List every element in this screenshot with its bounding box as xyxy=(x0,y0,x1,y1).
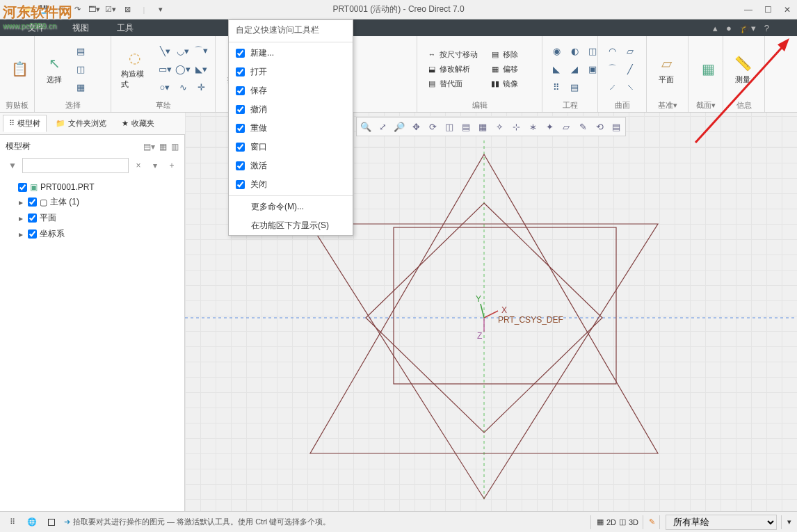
qat-undo-icon[interactable]: ↶ xyxy=(53,2,68,17)
sb-box-icon[interactable] xyxy=(45,515,58,529)
qat-redo-icon[interactable]: ↷ xyxy=(70,2,85,17)
select-layer-icon[interactable]: ▦ xyxy=(72,79,89,95)
datum-display-icon[interactable]: ⟡ xyxy=(492,119,507,134)
point-display-icon[interactable]: ∗ xyxy=(525,119,540,134)
collapse-ribbon-icon[interactable]: ▴ xyxy=(713,23,718,33)
qat-close-icon[interactable]: ⊠ xyxy=(120,2,135,17)
dropdown-item-2[interactable]: 保存 xyxy=(229,81,353,100)
qat-save-icon[interactable]: 💾 xyxy=(36,2,51,17)
construct-mode-button[interactable]: ◌构造模式 xyxy=(117,45,152,92)
mode-2d-button[interactable]: 2D xyxy=(606,518,616,526)
replace-face-button[interactable]: ▤替代面 xyxy=(423,77,482,90)
mode-3d-button[interactable]: 3D xyxy=(629,518,638,526)
tab-favorites[interactable]: ★收藏夹 xyxy=(115,115,161,132)
fillet-icon[interactable]: ⌒▾ xyxy=(193,42,209,59)
dropdown-item-3[interactable]: 撤消 xyxy=(229,100,353,119)
plane-button[interactable]: ▱平面 xyxy=(652,51,680,88)
draft-icon[interactable]: ◣ xyxy=(548,61,565,77)
round-icon[interactable]: ◐ xyxy=(566,42,583,59)
line-icon[interactable]: ╲▾ xyxy=(156,42,173,59)
qat-customize-icon[interactable]: ▾ xyxy=(153,2,168,17)
pen-icon[interactable]: ✎ xyxy=(649,517,655,526)
dropdown-item-0[interactable]: 新建... xyxy=(229,44,353,63)
dropdown-item-4[interactable]: 重做 xyxy=(229,119,353,138)
spin-icon[interactable]: ⟳ xyxy=(425,119,440,134)
dropdown-checkbox-7[interactable] xyxy=(236,180,245,189)
layers-icon[interactable]: ▤ xyxy=(609,119,624,134)
refresh-icon[interactable]: ⟲ xyxy=(592,119,607,134)
surf6-icon[interactable]: ⟍ xyxy=(622,79,638,95)
hole-icon[interactable]: ◉ xyxy=(548,42,565,59)
sb-grid-icon[interactable]: ⠿ xyxy=(6,515,19,529)
zoom-in-icon[interactable]: 🔍 xyxy=(358,119,373,134)
dropdown-checkbox-6[interactable] xyxy=(236,161,245,170)
plane-display-icon[interactable]: ▱ xyxy=(558,119,574,134)
sb-more-icon[interactable]: ▾ xyxy=(787,517,791,526)
tree-opt1-icon[interactable]: ▤▾ xyxy=(143,142,155,152)
surf2-icon[interactable]: ▱ xyxy=(622,42,638,59)
dropdown-item-6[interactable]: 激活 xyxy=(229,156,353,175)
select-filter-icon[interactable]: ▤ xyxy=(72,42,89,59)
qat-new-icon[interactable]: ▫ xyxy=(3,2,18,17)
spline-icon[interactable]: ∿ xyxy=(175,79,191,95)
dropdown-item-5[interactable]: 窗口 xyxy=(229,138,353,156)
select-button[interactable]: ↖选择 xyxy=(40,51,68,88)
mode-3d-icon[interactable]: ◫ xyxy=(619,517,626,526)
tab-tools[interactable]: 工具 xyxy=(117,22,134,34)
surf5-icon[interactable]: ⟋ xyxy=(604,79,620,95)
tree-search-input[interactable] xyxy=(22,158,129,173)
dropdown-checkbox-5[interactable] xyxy=(236,143,245,152)
zoom-fit-icon[interactable]: ⤢ xyxy=(375,119,390,134)
surf3-icon[interactable]: ⌒ xyxy=(604,61,620,77)
qat-activate-icon[interactable]: ☑▾ xyxy=(103,2,118,17)
tree-plane[interactable]: ▸平面 xyxy=(15,210,179,226)
add-filter-icon[interactable]: + xyxy=(165,159,179,172)
offset-button[interactable]: ▦偏移 xyxy=(486,63,522,76)
tab-file[interactable]: 文件 xyxy=(28,22,45,34)
zoom-out-icon[interactable]: 🔎 xyxy=(392,119,407,134)
annot-display-icon[interactable]: ✎ xyxy=(575,119,590,134)
size-move-button[interactable]: ↔按尺寸移动 xyxy=(423,48,482,61)
ellipse-icon[interactable]: ◯▾ xyxy=(175,61,191,77)
arc-icon[interactable]: ◡▾ xyxy=(175,42,191,59)
mod-analysis-button[interactable]: ⬓修改解析 xyxy=(423,63,482,76)
dropdown-checkbox-2[interactable] xyxy=(236,86,245,95)
tab-folder-browse[interactable]: 📁文件夹浏览 xyxy=(49,115,113,132)
copy-icon[interactable]: ▤ xyxy=(566,79,583,95)
mode-2d-icon[interactable]: ▦ xyxy=(597,517,604,526)
tree-opt2-icon[interactable]: ▦ xyxy=(159,142,167,152)
dropdown-item-1[interactable]: 打开 xyxy=(229,63,353,81)
surf1-icon[interactable]: ◠ xyxy=(604,42,620,59)
orient-icon[interactable]: ◫ xyxy=(442,119,457,134)
tree-body[interactable]: ▸▢主体 (1) xyxy=(15,194,179,210)
point-icon[interactable]: ✛ xyxy=(193,79,209,95)
tree-opt3-icon[interactable]: ▥ xyxy=(171,142,179,152)
tree-csys[interactable]: ▸坐标系 xyxy=(15,226,179,242)
dropdown-checkbox-3[interactable] xyxy=(236,105,245,114)
remove-button[interactable]: ▤移除 xyxy=(486,48,522,61)
surf4-icon[interactable]: ╱ xyxy=(622,61,638,77)
measure-button[interactable]: 📏测量 xyxy=(729,51,757,88)
display-style-icon[interactable]: ▦ xyxy=(475,119,490,134)
plane-checkbox[interactable] xyxy=(28,213,37,223)
chamf-icon[interactable]: ◢ xyxy=(566,61,583,77)
axis-display-icon[interactable]: ⊹ xyxy=(508,119,524,134)
select-box-icon[interactable]: ◫ xyxy=(72,61,89,77)
tab-model-tree[interactable]: ⠿模型树 xyxy=(3,115,47,132)
learn-icon[interactable]: 🎓▾ xyxy=(740,23,756,33)
user-icon[interactable]: ● xyxy=(726,23,732,33)
filter-menu-icon[interactable]: ▾ xyxy=(148,159,162,172)
sb-web-icon[interactable]: 🌐 xyxy=(25,515,39,529)
dropdown-checkbox-1[interactable] xyxy=(236,67,245,76)
pattern-icon[interactable]: ⠿ xyxy=(548,79,565,95)
rect-icon[interactable]: ▭▾ xyxy=(156,61,173,77)
dropdown-checkbox-4[interactable] xyxy=(236,124,245,133)
dropdown-item-7[interactable]: 关闭 xyxy=(229,175,353,194)
root-checkbox[interactable] xyxy=(18,183,27,192)
saved-view-icon[interactable]: ▤ xyxy=(458,119,474,134)
body-checkbox[interactable] xyxy=(28,198,37,207)
mirror-button[interactable]: ▮▮镜像 xyxy=(486,77,522,90)
filter-icon[interactable]: ▼ xyxy=(6,159,19,172)
tab-view[interactable]: 视图 xyxy=(72,22,89,34)
maximize-button[interactable]: ☐ xyxy=(758,2,778,17)
